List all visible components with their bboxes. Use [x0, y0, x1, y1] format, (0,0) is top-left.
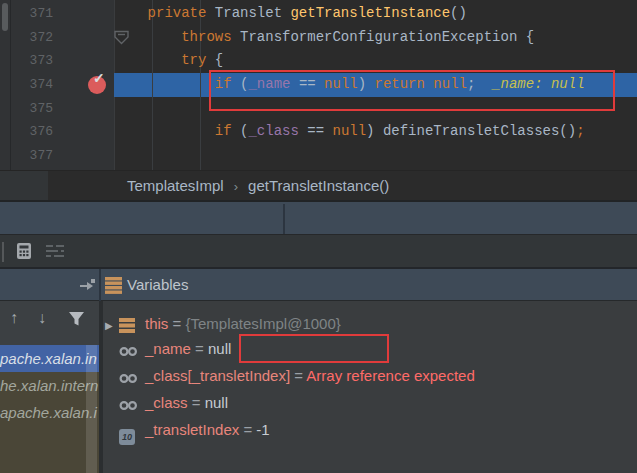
variable-value: -1 [256, 421, 269, 438]
code-token: () [450, 5, 467, 21]
variable-row[interactable]: 10_transletIndex = -1 [103, 416, 637, 443]
line-number: 371 [11, 2, 59, 26]
code-token: ) [366, 123, 383, 139]
left-scrollbar[interactable] [0, 0, 11, 170]
code-token: ; [576, 123, 584, 139]
code-line[interactable] [114, 144, 585, 168]
watch-icon [119, 364, 145, 391]
previous-frame-icon[interactable]: ↑ [10, 310, 18, 326]
variable-row[interactable]: ▶this = {TemplatesImpl@1000} [103, 310, 637, 337]
code-token: private [148, 5, 215, 21]
editor-gutter[interactable]: 371372373374375376377 ✓ [11, 0, 115, 170]
variable-value: {TemplatesImpl@1000} [185, 315, 340, 332]
code-token [114, 76, 215, 92]
code-token: null [332, 123, 366, 139]
code-token: TransformerConfigurationException { [240, 29, 534, 45]
frame-row[interactable]: he.xalan.intern [0, 372, 99, 399]
frames-panel[interactable]: ↑ ↓ pache.xalan.inhe.xalan.internapache.… [0, 301, 99, 473]
code-token [114, 123, 215, 139]
breadcrumb-class[interactable]: TemplatesImpl [127, 177, 224, 194]
line-number: 374 [11, 73, 59, 97]
header-divider [99, 269, 101, 303]
code-token: == [307, 123, 332, 139]
left-scrollbar-thumb[interactable] [2, 3, 8, 31]
tab-variables[interactable]: Variables [127, 269, 188, 300]
annotation-box-code [209, 70, 615, 111]
variables-tab-icon [105, 277, 122, 294]
code-token: getTransletInstance [290, 5, 450, 21]
debug-toolbar [0, 234, 637, 267]
equals-sign: = [239, 421, 256, 438]
variable-row[interactable]: _class[_transletIndex] = Array reference… [103, 362, 637, 389]
equals-sign: = [188, 394, 205, 411]
code-token: { [206, 52, 223, 68]
code-token: () [559, 123, 576, 139]
code-token: if [215, 123, 240, 139]
ide-debug-window: 371372373374375376377 ✓ private Translet… [0, 0, 637, 473]
variable-value: null [205, 394, 228, 411]
code-token: Translet [215, 5, 291, 21]
code-token: try [181, 52, 206, 68]
debug-content: ↑ ↓ pache.xalan.inhe.xalan.internapache.… [0, 301, 637, 473]
variable-value: Array reference expected [306, 367, 474, 384]
code-line[interactable]: if (_class == null) defineTransletClasse… [114, 120, 585, 144]
line-number: 375 [11, 97, 59, 121]
code-token [114, 29, 181, 45]
variable-name: _class[_transletIndex] [145, 367, 290, 384]
jump-to-frame-icon[interactable] [79, 278, 96, 292]
breadcrumb-bar: TemplatesImpl›getTransletInstance() [0, 170, 637, 201]
layout-settings-icon[interactable] [46, 244, 64, 262]
variable-value: null [208, 340, 231, 357]
code-editor[interactable]: 371372373374375376377 ✓ private Translet… [0, 0, 637, 170]
breakpoint-icon[interactable]: ✓ [88, 76, 106, 94]
line-number: 372 [11, 26, 59, 50]
breadcrumb-separator-icon: › [224, 179, 248, 194]
filter-frames-icon[interactable] [68, 311, 85, 327]
variable-name: _name [145, 340, 191, 357]
equals-sign: = [290, 367, 306, 384]
line-numbers: 371372373374375376377 [11, 2, 59, 168]
frames-scrollbar[interactable] [86, 345, 97, 473]
variable-name: _class [145, 394, 188, 411]
variable-name: _transletIndex [145, 421, 239, 438]
line-number: 377 [11, 144, 59, 168]
code-token [114, 52, 181, 68]
toolbar-drag-handle[interactable] [2, 242, 4, 262]
variables-panel[interactable]: ▶this = {TemplatesImpl@1000}_name = null… [103, 301, 637, 473]
variable-name: this [145, 315, 168, 332]
debug-toolwindow-top-band [0, 200, 637, 234]
code-token [114, 5, 148, 21]
frame-row[interactable]: pache.xalan.in [0, 345, 99, 372]
code-token: defineTransletClasses [383, 123, 559, 139]
breakpoint-verified-check-icon: ✓ [93, 70, 105, 86]
primitive-icon: 10 [119, 418, 145, 445]
equals-sign: = [191, 340, 208, 357]
frame-row[interactable]: apache.xalan.i [0, 399, 99, 426]
breadcrumb: TemplatesImpl›getTransletInstance() [127, 171, 389, 201]
code-token: throws [181, 29, 240, 45]
breadcrumb-gutter-strip [0, 171, 48, 201]
variable-row[interactable]: _class = null [103, 389, 637, 416]
evaluate-expression-icon[interactable] [15, 242, 33, 260]
band-divider [283, 204, 285, 234]
line-number: 373 [11, 49, 59, 73]
line-number: 376 [11, 120, 59, 144]
annotation-box-variable [239, 334, 389, 363]
debug-panels-header: Variables [0, 267, 637, 301]
code-token: _class [248, 123, 307, 139]
code-line[interactable]: private Translet getTransletInstance() [114, 2, 585, 26]
equals-sign: = [168, 315, 185, 332]
breadcrumb-method[interactable]: getTransletInstance() [248, 177, 389, 194]
next-frame-icon[interactable]: ↓ [38, 310, 46, 326]
watch-icon [119, 391, 145, 418]
watch-icon [119, 337, 145, 364]
code-line[interactable]: throws TransformerConfigurationException… [114, 26, 585, 50]
